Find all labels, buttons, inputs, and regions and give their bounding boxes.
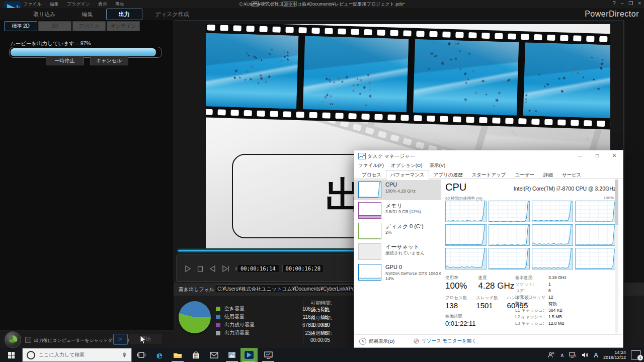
tm-sidebar-item-disk[interactable]: ディスク 0 (C:)2%	[354, 221, 441, 241]
tm-sidebar-item-gpu[interactable]: GPU 0NVIDIA GeForce GTX 1060 6GB14%	[354, 262, 441, 283]
star-glyph: ★	[352, 83, 356, 87]
legend-swatch	[216, 331, 220, 335]
people-icon[interactable]	[548, 352, 555, 358]
photos-icon[interactable]	[223, 348, 240, 362]
tm-tab-item[interactable]: アプリの履歴	[429, 170, 467, 180]
output-type-tab[interactable]: 標準 2D	[4, 21, 37, 31]
network-disconnected-icon[interactable]	[569, 352, 577, 358]
tm-menu-item[interactable]: オプション(O)	[391, 162, 422, 169]
volume-icon[interactable]	[582, 352, 589, 358]
tm-titlebar[interactable]: タスク マネージャー — □ ✕	[354, 150, 623, 161]
taskbar-clock[interactable]: 14:24 2018/12/12	[603, 350, 626, 360]
mode-tab-active[interactable]: 出力	[106, 9, 142, 20]
star-glyph: ★	[428, 67, 431, 71]
preview-window-button[interactable]: ▷	[113, 334, 128, 345]
help-button[interactable]: ?	[613, 1, 616, 6]
perforation	[442, 31, 450, 37]
perforation	[361, 114, 369, 120]
tm-menu-item[interactable]: ファイル(F)	[358, 162, 384, 169]
tm-close-button[interactable]: ✕	[606, 150, 623, 161]
previous-frame-icon[interactable]	[209, 265, 216, 272]
mode-tab-item[interactable]: 編集	[69, 9, 106, 20]
export-footer: 出力後にコンピューターをシャットダウンする ▷ 開始	[0, 330, 174, 348]
tm-maximize-button[interactable]: □	[589, 150, 606, 161]
stat-label: L2 キャッシュ:	[515, 314, 548, 321]
cpu-panel-title: CPU	[445, 182, 466, 193]
task-manager-icon	[358, 153, 366, 159]
tm-sidebar-item-name: イーサネット	[385, 243, 419, 251]
tm-tab-item[interactable]: スタートアップ	[467, 170, 511, 180]
minimize-button[interactable]: –	[621, 1, 624, 6]
tm-minimize-button[interactable]: —	[572, 150, 589, 161]
tm-tab-item[interactable]: サービス	[557, 170, 586, 180]
star-glyph: ★	[233, 68, 239, 74]
mail-icon[interactable]	[205, 348, 222, 362]
star-glyph: ★	[329, 80, 332, 84]
close-button[interactable]: ×	[638, 1, 641, 6]
star-glyph: ★	[592, 78, 596, 82]
star-glyph: ★	[543, 84, 547, 88]
tm-scrollbar-thumb[interactable]	[615, 179, 618, 225]
cancel-button[interactable]: キャンセル	[90, 56, 128, 65]
restore-button[interactable]: ❐	[628, 1, 633, 6]
shutdown-checkbox[interactable]	[25, 337, 31, 343]
tm-scrollbar[interactable]	[615, 179, 618, 333]
ime-indicator[interactable]: A	[594, 351, 598, 359]
memory-used-band	[359, 215, 381, 218]
start-button-windows[interactable]	[0, 348, 22, 362]
clock-time: 14:24	[603, 350, 626, 355]
pd-menu-item[interactable]: 再生	[115, 1, 124, 8]
tm-tab-active[interactable]: パフォーマンス	[386, 170, 429, 180]
mode-tab-item[interactable]: 取り込み	[20, 9, 69, 20]
pd-menu-item[interactable]: 編集	[50, 1, 59, 8]
mode-tab-item[interactable]: ディスク作成	[142, 9, 202, 20]
action-center-icon[interactable]: 1	[631, 350, 641, 359]
play-icon[interactable]	[185, 265, 191, 272]
perforation	[335, 113, 343, 119]
tm-sidebar-item-ethernet[interactable]: イーサネット接続されていません	[354, 241, 441, 262]
eco-mode-icon[interactable]	[5, 331, 21, 348]
tray-overflow-chevron-icon[interactable]: ∧	[560, 352, 564, 358]
edge-icon[interactable]: e	[151, 348, 168, 362]
file-explorer-icon[interactable]	[169, 348, 186, 362]
cpu-core-graph	[575, 248, 616, 269]
time-value: 00:00:05	[310, 337, 332, 345]
task-manager-taskbar-icon[interactable]	[260, 348, 277, 362]
stat-right-row: L2 キャッシュ:1.5 MB	[515, 314, 616, 321]
output-type-tab[interactable]: オンライン	[107, 21, 140, 31]
cpu-core-graph	[445, 201, 487, 222]
microsoft-store-icon[interactable]	[187, 348, 204, 362]
pd-menu-item[interactable]: プラグイン	[67, 1, 90, 8]
perforation	[206, 109, 213, 115]
powerdirector-taskbar-icon[interactable]	[240, 348, 258, 362]
timecode-current[interactable]: 00;00;16;14	[237, 264, 279, 273]
tm-simple-view-toggle[interactable]: ∧ 簡易表示(D)	[359, 338, 394, 345]
tm-resource-monitor-link[interactable]: リソース モニターを開く	[414, 338, 476, 344]
pd-menu-item[interactable]: 表示	[98, 1, 107, 8]
tm-sidebar-item-detail: NVIDIA GeForce GTX 1060 6GB	[385, 271, 441, 276]
task-view-button[interactable]	[133, 348, 150, 362]
tm-tab-item[interactable]: 詳細	[539, 170, 557, 180]
stat-label: スレッド数	[476, 295, 498, 301]
taskbar-search[interactable]: ここに入力して検索 🎙︎	[22, 348, 132, 362]
microphone-icon[interactable]: 🎙︎	[122, 352, 127, 358]
next-frame-icon[interactable]	[222, 265, 229, 272]
tm-sidebar-item-memory[interactable]: メモリ3.8/31.9 GB (12%)	[354, 200, 441, 221]
stat-value: 6	[548, 288, 551, 295]
tm-menu-item[interactable]: 表示(V)	[429, 162, 445, 169]
tm-tab-item[interactable]: プロセス	[357, 170, 386, 180]
pause-button[interactable]: 一時停止	[46, 56, 84, 65]
pd-menu-item[interactable]: ファイル	[23, 1, 42, 8]
perforation	[610, 121, 610, 127]
star-glyph: ★	[527, 109, 532, 114]
star-glyph: ★	[525, 94, 529, 98]
output-type-tab[interactable]: 3D	[38, 21, 71, 31]
tm-sidebar-item-cpu[interactable]: CPU100% 4.28 GHz	[354, 179, 441, 200]
tm-tab-item[interactable]: ユーザー	[510, 170, 538, 180]
cpu-core-graph	[489, 224, 530, 246]
output-type-tab[interactable]: デバイス	[72, 21, 106, 31]
cpu-core-graph	[489, 248, 530, 269]
star-glyph: ★	[238, 76, 241, 80]
stop-icon[interactable]	[197, 266, 203, 272]
legend-swatch	[216, 315, 220, 319]
